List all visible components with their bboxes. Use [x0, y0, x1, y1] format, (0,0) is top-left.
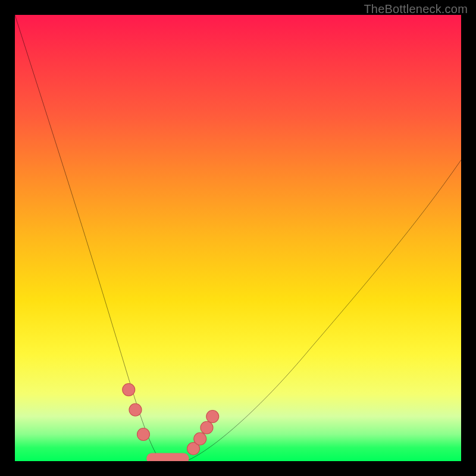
marker-dot: [201, 421, 213, 434]
plot-area: [15, 15, 461, 461]
marker-dot: [123, 384, 135, 396]
curve-layer: [15, 15, 461, 461]
frame: TheBottleneck.com: [0, 0, 476, 476]
marker-dot: [129, 403, 142, 416]
marker-dot: [206, 411, 219, 423]
marker-dot: [194, 433, 206, 445]
valley-bottom-bar: [146, 453, 189, 462]
marker-dot: [137, 428, 150, 441]
bottleneck-curve: [15, 15, 461, 461]
watermark-text: TheBottleneck.com: [364, 2, 468, 16]
marker-group: [123, 384, 219, 455]
